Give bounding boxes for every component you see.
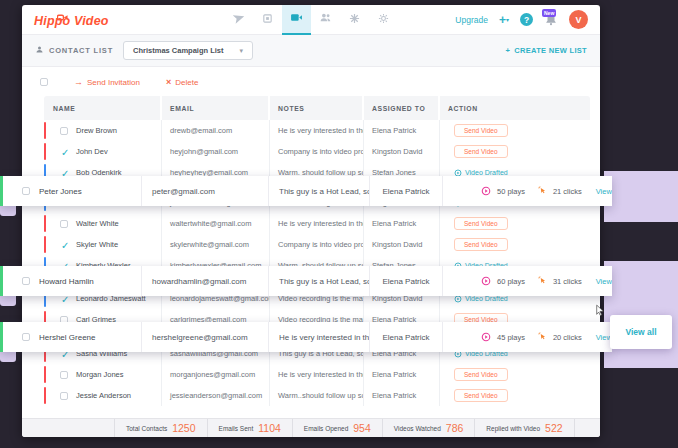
table-row[interactable]: Walter White waltertwhite@gmail.com He i…: [44, 213, 590, 234]
table-row[interactable]: Morgan Jones morganjones@gmail.com He is…: [44, 364, 590, 385]
table-row[interactable]: John Dev heyjohn@gmail.com Company is in…: [44, 141, 590, 162]
email-cell: jessieanderson@gmail.com: [162, 385, 270, 406]
send-video-button[interactable]: Send Video: [454, 124, 508, 137]
screen-record-icon: [262, 10, 273, 28]
stat-label: Total Contacts: [126, 425, 167, 432]
view-all-link[interactable]: View all: [596, 187, 612, 196]
row-checkbox[interactable]: [60, 392, 68, 400]
contact-list-bar: CONTACT LIST Christmas Campaign List ▾ +…: [22, 35, 600, 67]
view-all-tooltip[interactable]: View all: [610, 315, 672, 349]
help-button[interactable]: ?: [520, 13, 533, 26]
nav-videos[interactable]: [282, 5, 311, 35]
logo-text: Hippo Video: [34, 14, 109, 28]
stat-label: Replied with Video: [486, 425, 540, 432]
status-strip: [44, 387, 46, 404]
email-cell: howardhamlin@gmail.com: [142, 266, 269, 296]
send-invitation-button[interactable]: → Send Invitation: [74, 77, 140, 87]
table-row[interactable]: Jessie Anderson jessieanderson@gmail.com…: [44, 385, 590, 406]
status-strip: [44, 366, 46, 383]
row-checkbox[interactable]: [60, 371, 68, 379]
send-video-button[interactable]: Send Video: [454, 217, 508, 230]
logo[interactable]: Hippo Video: [34, 11, 109, 29]
nav-integrations[interactable]: [340, 5, 369, 35]
header-actions: Upgrade +▾ ? New V: [455, 10, 588, 29]
email-cell: drewb@email.com: [162, 120, 270, 141]
clicks-count: 31 clicks: [553, 277, 582, 286]
integrations-icon: [349, 10, 360, 28]
name-cell: Howard Hamlin: [3, 266, 142, 296]
email-cell: peter@gmail.com: [142, 176, 269, 206]
action-cell: Send Video Send Video: [440, 234, 590, 255]
contact-name: Hershel Greene: [39, 333, 95, 342]
nav-screen-record[interactable]: [253, 5, 282, 35]
status-strip: [44, 143, 46, 160]
notes-cell: He is very interested in the prod..: [270, 364, 364, 385]
stat-value: 786: [446, 422, 464, 434]
contacts-icon: [319, 10, 332, 28]
send-video-button[interactable]: Send Video: [454, 368, 508, 381]
row-checkbox[interactable]: [22, 277, 30, 285]
status-strip: [44, 215, 46, 232]
assigned-cell: Elena Patrick: [370, 176, 443, 206]
notifications-button[interactable]: New: [544, 12, 558, 28]
name-cell: Skyler White: [44, 234, 162, 255]
send-video-button[interactable]: Send Video: [454, 238, 508, 251]
status-strip: [44, 122, 46, 139]
highlighted-contact-row[interactable]: Peter Jones peter@gmail.com This guy is …: [0, 176, 612, 206]
table-row[interactable]: Skyler White skylerwhite@gmail.com Compa…: [44, 234, 590, 255]
clicks-count: 21 clicks: [553, 187, 582, 196]
send-video-button[interactable]: Send Video: [454, 389, 508, 402]
row-checkbox[interactable]: [60, 241, 68, 249]
gear-icon: [378, 10, 389, 28]
assigned-cell: Kingston David: [364, 141, 440, 162]
nav-settings[interactable]: [369, 5, 398, 35]
assigned-cell: Elena Patrick: [370, 266, 443, 296]
contact-name: Walter White: [76, 219, 119, 228]
row-checkbox[interactable]: [60, 220, 68, 228]
chevron-down-icon: ▾: [506, 17, 509, 23]
create-menu-button[interactable]: +▾: [499, 15, 509, 25]
assigned-cell: Elena Patrick: [364, 364, 440, 385]
video-camera-icon: [290, 10, 303, 28]
action-cell: Send Video Send Video: [440, 141, 590, 162]
highlighted-contact-row[interactable]: Hershel Greene hershelgreene@gmail.com H…: [0, 322, 612, 352]
click-cursor-icon: [537, 331, 547, 343]
contacts-table: NAME EMAIL NOTES ASSIGNED TO ACTION Drew…: [44, 96, 590, 418]
chevron-down-icon: ▾: [239, 47, 243, 55]
list-select-dropdown[interactable]: Christmas Campaign List ▾: [123, 41, 253, 60]
assigned-cell: Elena Patrick: [364, 213, 440, 234]
engagement-stats: 50 plays 21 clicks View all: [443, 176, 612, 206]
plus-icon: +: [506, 46, 511, 55]
contact-name: Peter Jones: [39, 187, 82, 196]
bulk-actions-toolbar: → Send Invitation × Delete: [22, 71, 600, 93]
engagement-stats: 60 plays 31 clicks View all: [443, 266, 612, 296]
table-header-row: NAME EMAIL NOTES ASSIGNED TO ACTION: [44, 96, 590, 120]
logo-camera-icon: [57, 7, 68, 25]
close-icon: ×: [166, 77, 171, 87]
send-video-button[interactable]: Send Video: [454, 145, 508, 158]
action-cell: Send Video Send Video: [440, 364, 590, 385]
action-cell: Send Video Send Video: [440, 385, 590, 406]
table-row[interactable]: Drew Brown drewb@email.com He is very in…: [44, 120, 590, 141]
stat-value: 1250: [172, 422, 195, 434]
plays-count: 50 plays: [497, 187, 525, 196]
highlighted-contact-row[interactable]: Howard Hamlin howardhamlin@gmail.com Thi…: [0, 266, 612, 296]
contact-name: Morgan Jones: [76, 370, 124, 379]
nav-send[interactable]: [224, 5, 253, 35]
row-checkbox[interactable]: [22, 187, 30, 195]
footer-stat: Replied with Video 522: [474, 419, 574, 437]
select-all-checkbox[interactable]: [40, 78, 48, 86]
view-all-link[interactable]: View all: [596, 277, 612, 286]
assigned-cell: Elena Patrick: [370, 322, 443, 352]
create-new-list-button[interactable]: + CREATE NEW LIST: [506, 46, 587, 55]
notes-cell: This guy is a Hot Lead, so...: [269, 176, 370, 206]
play-circle-icon: [481, 332, 491, 342]
upgrade-link[interactable]: Upgrade: [455, 15, 488, 25]
avatar[interactable]: V: [569, 10, 588, 29]
play-circle-icon: [481, 186, 491, 196]
row-checkbox[interactable]: [60, 148, 68, 156]
row-checkbox[interactable]: [60, 127, 68, 135]
delete-button[interactable]: × Delete: [166, 77, 198, 87]
row-checkbox[interactable]: [22, 333, 30, 341]
nav-contacts[interactable]: [311, 5, 340, 35]
